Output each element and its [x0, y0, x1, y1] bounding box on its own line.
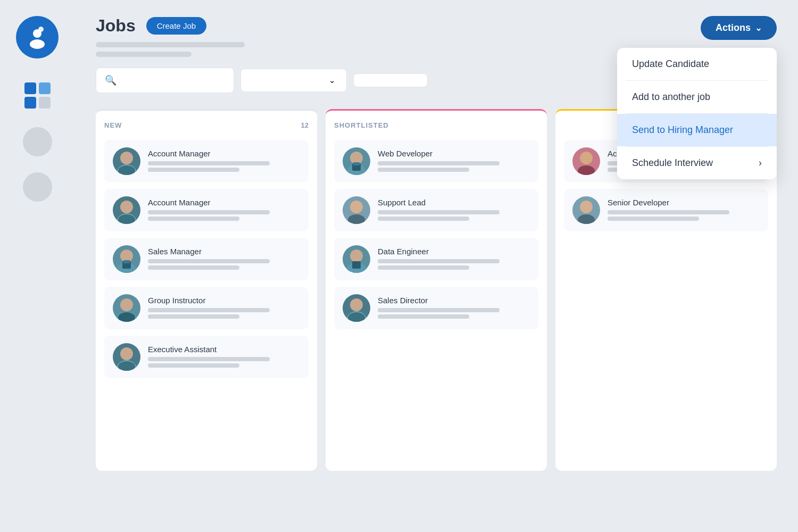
svg-rect-13 [123, 260, 130, 263]
card-title-c1: Account Manager [148, 149, 300, 158]
candidate-card-c3[interactable]: Sales Manager [104, 238, 309, 280]
svg-point-8 [120, 201, 133, 213]
search-input-wrapper[interactable]: 🔍 [96, 68, 234, 93]
card-line-c4-2 [148, 314, 239, 319]
card-line-c11-2 [608, 217, 699, 221]
card-info-c1: Account Manager [148, 149, 300, 174]
grid-cell-2 [39, 82, 51, 94]
card-title-c6: Web Developer [378, 149, 530, 158]
candidate-card-c8[interactable]: Data Engineer [334, 238, 538, 280]
svg-point-15 [120, 298, 133, 311]
extra-filter[interactable] [353, 73, 428, 87]
card-line-c1-2 [148, 168, 239, 172]
card-info-c2: Account Manager [148, 198, 300, 223]
avatar-c1 [113, 147, 140, 175]
card-title-c7: Support Lead [378, 198, 530, 207]
card-title-c2: Account Manager [148, 198, 300, 207]
avatar-c10 [572, 147, 600, 175]
header-line-1 [96, 42, 245, 47]
col-count-new: 12 [301, 121, 309, 129]
candidate-card-c9[interactable]: Sales Director [334, 287, 538, 329]
grid-nav-icon[interactable] [22, 80, 53, 111]
card-line-c2-1 [148, 210, 270, 214]
grid-cell-4 [39, 97, 51, 109]
page-header: Jobs Create Job [96, 16, 777, 36]
page-title: Jobs [96, 16, 136, 36]
avatar-c5 [113, 343, 140, 371]
sidebar [0, 0, 74, 532]
card-line-c3-1 [148, 259, 270, 263]
svg-point-25 [350, 201, 363, 213]
svg-point-34 [580, 152, 593, 164]
card-line-c9-1 [378, 308, 500, 312]
card-title-c4: Group Instructor [148, 296, 300, 305]
svg-point-18 [120, 347, 133, 360]
svg-point-28 [350, 250, 363, 262]
card-line-c11-1 [608, 210, 729, 214]
card-line-c3-2 [148, 265, 239, 270]
card-info-c5: Executive Assistant [148, 345, 300, 370]
dropdown-item-add[interactable]: Add to another job [617, 81, 777, 113]
avatar-c11 [572, 196, 600, 224]
logo[interactable] [16, 16, 59, 59]
col-header-new: NEW 12 [104, 121, 309, 129]
col-header-shortlisted: SHORTLISTED [334, 121, 538, 129]
grid-cell-3 [24, 97, 36, 109]
candidate-card-c2[interactable]: Account Manager [104, 189, 309, 231]
sidebar-nav-item-1[interactable] [23, 127, 52, 156]
create-job-button[interactable]: Create Job [146, 17, 206, 35]
card-info-c6: Web Developer [378, 149, 530, 174]
avatar-c6 [343, 147, 370, 175]
actions-button[interactable]: Actions ⌄ [701, 16, 777, 40]
card-line-c6-2 [378, 168, 469, 172]
actions-button-label: Actions [716, 22, 751, 34]
avatar-c2 [113, 196, 140, 224]
card-title-c9: Sales Director [378, 296, 530, 305]
card-info-c4: Group Instructor [148, 296, 300, 321]
schedule-arrow-icon: › [759, 157, 762, 169]
kanban-col-new: NEW 12 Account Manager Account Mana [96, 109, 317, 471]
dropdown-item-send[interactable]: Send to Hiring Manager [617, 114, 777, 146]
card-line-c4-1 [148, 308, 270, 312]
svg-point-37 [580, 201, 593, 213]
search-icon: 🔍 [105, 74, 117, 86]
kanban-col-shortlisted: SHORTLISTED Web Developer Support [326, 109, 547, 471]
svg-rect-23 [353, 162, 360, 165]
card-title-c8: Data Engineer [378, 247, 530, 256]
sidebar-nav-item-2[interactable] [23, 172, 52, 202]
candidate-card-c7[interactable]: Support Lead [334, 189, 538, 231]
filter-chevron-icon: ⌄ [329, 76, 336, 85]
svg-point-31 [350, 298, 363, 311]
card-line-c5-1 [148, 357, 270, 361]
col-title-shortlisted: SHORTLISTED [334, 121, 389, 129]
dropdown-item-schedule[interactable]: Schedule Interview › [617, 147, 777, 179]
card-title-c5: Executive Assistant [148, 345, 300, 354]
card-line-c8-2 [378, 265, 469, 270]
svg-rect-29 [352, 261, 361, 269]
main-content: Jobs Create Job Actions ⌄ Update Candida… [74, 0, 798, 532]
avatar-c8 [343, 245, 370, 273]
card-line-c5-2 [148, 363, 239, 368]
card-info-c11: Senior Developer [608, 198, 760, 223]
candidate-card-c5[interactable]: Executive Assistant [104, 336, 309, 378]
header-line-2 [96, 52, 192, 57]
dropdown-item-update[interactable]: Update Candidate [617, 48, 777, 80]
avatar-c7 [343, 196, 370, 224]
card-title-c3: Sales Manager [148, 247, 300, 256]
actions-dropdown: Update Candidate Add to another job Send… [617, 48, 777, 179]
actions-area: Actions ⌄ Update Candidate Add to anothe… [701, 16, 777, 40]
card-info-c8: Data Engineer [378, 247, 530, 272]
card-line-c6-1 [378, 161, 500, 165]
card-line-c2-2 [148, 217, 239, 221]
card-line-c8-1 [378, 259, 500, 263]
candidate-card-c6[interactable]: Web Developer [334, 140, 538, 182]
candidate-card-c11[interactable]: Senior Developer [564, 189, 768, 231]
avatar-c3 [113, 245, 140, 273]
svg-point-5 [120, 152, 133, 164]
card-line-c7-2 [378, 217, 469, 221]
candidate-card-c1[interactable]: Account Manager [104, 140, 309, 182]
card-info-c3: Sales Manager [148, 247, 300, 272]
card-line-c7-1 [378, 210, 500, 214]
candidate-card-c4[interactable]: Group Instructor [104, 287, 309, 329]
filter-select[interactable]: ⌄ [240, 69, 347, 92]
